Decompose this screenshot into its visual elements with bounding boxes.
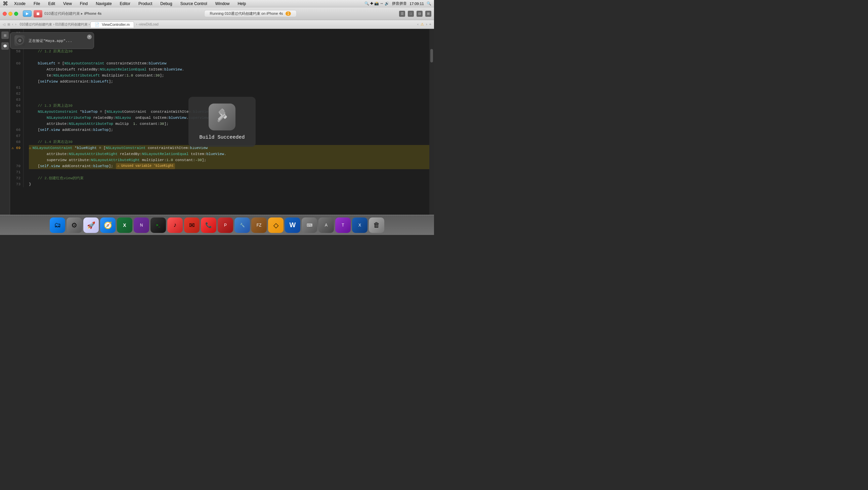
build-succeeded-popup: Build Succeeded bbox=[188, 97, 256, 147]
menu-edit[interactable]: Edit bbox=[46, 1, 57, 7]
input-method[interactable]: 拼音拼音 bbox=[392, 1, 407, 6]
add-file-btn[interactable]: + bbox=[429, 22, 431, 27]
dock-safari[interactable]: 🧭 bbox=[100, 218, 116, 233]
dock-finder[interactable]: 🗂 bbox=[50, 218, 65, 233]
menu-bar-icons: 🔍 ✚ 📸 ↔ 🔊 bbox=[365, 1, 389, 6]
build-status-text: Running 010通过代码创建约束 on iPhone 4s bbox=[210, 11, 283, 16]
run-button[interactable]: ▶ bbox=[23, 10, 32, 17]
search-icon[interactable]: 🔍 bbox=[427, 1, 431, 6]
notification-close-btn[interactable]: × bbox=[87, 35, 92, 39]
traffic-lights bbox=[3, 12, 18, 16]
code-line-60c: [selfview addConstraint:blueLeft]; bbox=[29, 78, 431, 85]
breadcrumb-nav-prev[interactable]: ‹ bbox=[417, 22, 418, 27]
build-succeeded-text: Build Succeeded bbox=[199, 135, 245, 140]
dock-tools[interactable]: T bbox=[335, 218, 351, 233]
dock-app2[interactable]: P bbox=[218, 218, 233, 233]
code-line-58: // 1.2 距离左边30 bbox=[29, 48, 431, 54]
code-line-60: blueLeft = [NSLayoutConstraint constrain… bbox=[29, 60, 431, 66]
menu-bar: ⌘ Xcode File Edit View Find Navigate Edi… bbox=[0, 0, 434, 7]
dock-trash[interactable]: 🗑 bbox=[369, 218, 384, 233]
code-line-59 bbox=[29, 54, 431, 60]
toolbar: ▶ ■ 010通过代码创建约束 ▸ iPhone 4s Running 010通… bbox=[0, 7, 434, 20]
dock-app3[interactable]: 🔧 bbox=[235, 218, 250, 233]
scrollbar-track[interactable] bbox=[429, 29, 434, 215]
menu-file[interactable]: File bbox=[32, 1, 42, 7]
breadcrumb-method: › -viewDidLoad bbox=[136, 23, 159, 26]
chat-icon[interactable]: 💬 bbox=[1, 42, 9, 50]
menu-window[interactable]: Window bbox=[213, 1, 232, 7]
nav-icon[interactable]: ⊞ bbox=[7, 23, 10, 26]
file-tab-label: ViewController.m bbox=[102, 23, 130, 27]
nav-next[interactable]: › bbox=[15, 23, 16, 26]
nav-prev[interactable]: ‹ bbox=[12, 23, 13, 26]
dock-filezilla[interactable]: FZ bbox=[251, 218, 267, 233]
sidebar-panel: ⊞ 💬 bbox=[0, 29, 10, 215]
stop-button[interactable]: ■ bbox=[34, 10, 42, 18]
clock: 17:09:11 bbox=[409, 2, 424, 6]
navigator-icon[interactable]: ⊞ bbox=[1, 32, 9, 39]
code-line-71 bbox=[29, 169, 431, 175]
dock-word[interactable]: W bbox=[285, 218, 300, 233]
dock: 🗂 ⚙ 🚀 🧭 X N >_ ♪ ✉ 📞 P 🔧 FZ ◇ W ⌨ A T X … bbox=[0, 215, 434, 235]
warning-nav-icon[interactable]: ⚠ bbox=[421, 22, 424, 27]
maximize-button[interactable] bbox=[14, 12, 18, 16]
apple-menu[interactable]: ⌘ bbox=[3, 0, 8, 7]
notification-text: 正在验证"Maya.app"... bbox=[29, 38, 72, 43]
dock-keyboard[interactable]: ⌨ bbox=[302, 218, 317, 233]
dock-caps[interactable]: A bbox=[318, 218, 334, 233]
editor-layout-icon[interactable]: ☰ bbox=[399, 11, 405, 17]
code-line-72: // 2.创建红色view的约束 bbox=[29, 175, 431, 181]
code-line-69a: attribute:NSLayoutAttributeRight related… bbox=[29, 151, 431, 157]
nav-back-btn[interactable]: ◁ bbox=[3, 23, 5, 26]
menu-help[interactable]: Help bbox=[236, 1, 248, 7]
svg-text:⚙: ⚙ bbox=[19, 38, 22, 43]
code-editor[interactable]: ⚙ 正在验证"Maya.app"... × 55 56 57 58 60 61 … bbox=[10, 29, 434, 215]
menu-editor[interactable]: Editor bbox=[118, 1, 132, 7]
build-status-bar: Running 010通过代码创建约束 on iPhone 4s 1 bbox=[204, 10, 297, 17]
line-numbers: 55 56 57 58 60 61 62 63 64 65 66 67 68 ⚠… bbox=[10, 29, 24, 187]
dock-music[interactable]: ♪ bbox=[167, 218, 183, 233]
warning-badge: 1 bbox=[285, 11, 291, 16]
project-breadcrumb: 010通过代码创建约束 › 010通过代码创建约束 › bbox=[20, 22, 90, 27]
dock-settings[interactable]: ⚙ bbox=[66, 218, 82, 233]
menu-view[interactable]: View bbox=[61, 1, 74, 7]
dock-onenote[interactable]: N bbox=[134, 218, 149, 233]
menu-product[interactable]: Product bbox=[136, 1, 154, 7]
inline-warning-msg: ⚠ Unused variable 'blueRight bbox=[116, 163, 175, 169]
close-button[interactable] bbox=[3, 12, 7, 16]
build-icon bbox=[209, 104, 236, 131]
dock-phone[interactable]: 📞 bbox=[201, 218, 216, 233]
layout-single-icon[interactable]: □ bbox=[408, 11, 414, 17]
menu-navigate[interactable]: Navigate bbox=[94, 1, 114, 7]
layout-split-icon[interactable]: ⊞ bbox=[425, 11, 431, 17]
file-tab-bar: ◁ ⊞ ‹ › 010通过代码创建约束 › 010通过代码创建约束 › 📄 Vi… bbox=[0, 20, 434, 29]
dock-mail[interactable]: ✉ bbox=[184, 218, 199, 233]
menu-source-control[interactable]: Source Control bbox=[178, 1, 209, 7]
file-tab-viewcontroller[interactable]: 📄 ViewController.m bbox=[90, 22, 134, 28]
scrollbar-thumb[interactable] bbox=[430, 49, 433, 62]
dock-terminal[interactable]: >_ bbox=[151, 218, 166, 233]
dock-launchpad[interactable]: 🚀 bbox=[83, 218, 99, 233]
notification-popup: ⚙ 正在验证"Maya.app"... × bbox=[10, 32, 94, 49]
code-line-70: [self.view addConstraint:blueTop]; ⚠ Unu… bbox=[29, 163, 431, 169]
layout-double-icon[interactable]: ⊟ bbox=[416, 11, 423, 17]
menu-find[interactable]: Find bbox=[78, 1, 90, 7]
code-line-60b: te:NSLayoutAttributeLeft multiplier:1.0 … bbox=[29, 72, 431, 78]
code-line-73: } bbox=[29, 181, 431, 187]
code-line-61 bbox=[29, 85, 431, 91]
dock-xcode[interactable]: X bbox=[352, 218, 368, 233]
menu-debug[interactable]: Debug bbox=[158, 1, 174, 7]
toolbar-view-controls: ☰ □ ⊟ ⊞ bbox=[399, 11, 431, 17]
minimize-button[interactable] bbox=[8, 12, 12, 16]
code-line-60a: AttributeLeft relatedBy:NSLayoutRelation… bbox=[29, 66, 431, 72]
scheme-label: 010通过代码创建约束 ▸ iPhone 4s bbox=[44, 11, 101, 16]
code-line-69b: superview attribute:NSLayoutAttributeRig… bbox=[29, 157, 431, 163]
code-line-62 bbox=[29, 91, 431, 97]
dock-sketch[interactable]: ◇ bbox=[268, 218, 283, 233]
menu-xcode[interactable]: Xcode bbox=[12, 1, 28, 7]
dock-excel[interactable]: X bbox=[117, 218, 132, 233]
breadcrumb-nav-next[interactable]: › bbox=[426, 22, 427, 27]
notification-app-icon: ⚙ bbox=[14, 35, 25, 46]
editor-container: ⊞ 💬 ⚙ 正在验证"Maya.app"... × 55 56 57 58 60 bbox=[0, 29, 434, 215]
